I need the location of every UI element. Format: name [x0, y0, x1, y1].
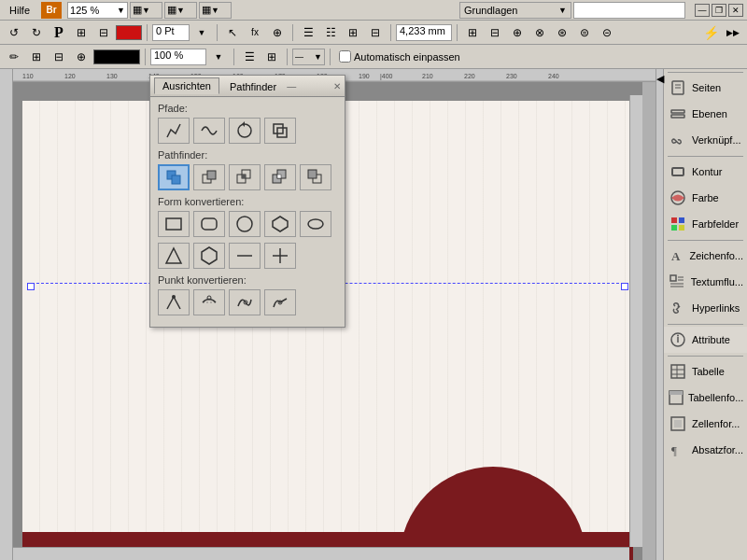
scrollbar-vertical[interactable] — [629, 95, 642, 547]
layout-btn2[interactable]: ▦ ▼ — [164, 2, 197, 19]
auto-fit-checkbox-area[interactable]: Automatisch einpassen — [335, 50, 464, 63]
auto-fit-checkbox[interactable] — [339, 50, 351, 63]
pfade-btn1[interactable] — [158, 118, 190, 144]
tool-fx[interactable]: fx — [245, 23, 265, 42]
tab-pathfinder[interactable]: Pathfinder — [221, 78, 285, 94]
svg-rect-38 — [671, 365, 684, 378]
popup-collapse-button[interactable]: — — [287, 81, 296, 91]
pathfinder-btn3[interactable] — [229, 164, 261, 190]
pathfinder-btn2[interactable] — [193, 164, 225, 190]
menu-hilfe[interactable]: Hilfe — [4, 4, 35, 17]
tool-icon8[interactable]: ⊛ — [552, 23, 572, 42]
tool-cursor[interactable]: ↖ — [222, 23, 243, 42]
panel-item-farbfelder[interactable]: Farbfelder — [664, 211, 747, 237]
form-btn-circle[interactable] — [229, 211, 261, 237]
window-close-button[interactable]: ✕ — [728, 4, 743, 17]
form-btn-line[interactable] — [229, 243, 261, 269]
punkt-btn3[interactable] — [229, 289, 261, 315]
tool-icon2[interactable]: ⊟ — [93, 23, 114, 42]
pathfinder-btn5[interactable] — [300, 164, 331, 190]
tool-align5[interactable]: ☰ — [239, 48, 260, 66]
pt-input[interactable]: 0 Pt — [152, 24, 190, 41]
tool-icon1[interactable]: ⊞ — [71, 23, 92, 42]
tool-draw4[interactable]: ⊕ — [71, 48, 92, 66]
panel-item-verknupf[interactable]: Verknüpf... — [664, 127, 747, 153]
tool-align1[interactable]: ☰ — [298, 23, 318, 42]
scrollbar-horizontal[interactable] — [13, 547, 629, 560]
pfade-btn3[interactable] — [229, 118, 261, 144]
punkt-btn1[interactable] — [158, 289, 190, 315]
layout-btn3[interactable]: ▦ ▼ — [199, 2, 232, 19]
tool-align6[interactable]: ⊞ — [261, 48, 282, 66]
tool-icon9[interactable]: ⊜ — [574, 23, 595, 42]
popup-close-button[interactable]: ✕ — [333, 81, 341, 91]
panel-item-seiten[interactable]: Seiten — [664, 75, 747, 101]
tool-align4[interactable]: ⊟ — [365, 23, 386, 42]
stroke-color-swatch[interactable] — [93, 49, 140, 64]
search-input[interactable] — [573, 2, 685, 19]
window-restore-button[interactable]: ❐ — [712, 4, 726, 17]
panel-item-tabelle[interactable]: Tabelle — [664, 358, 747, 385]
svg-rect-63 — [202, 218, 217, 230]
panel-item-farbe[interactable]: Farbe — [664, 185, 747, 211]
pathfinder-btn1[interactable] — [158, 164, 190, 190]
layout-btn1[interactable]: ▦ ▼ — [130, 2, 162, 19]
mm-input[interactable]: 4,233 mm — [396, 24, 452, 41]
form-btn-hex[interactable] — [193, 243, 225, 269]
panel-item-kontur[interactable]: Kontur — [664, 159, 747, 185]
grundlagen-select[interactable]: Grundlagen ▼ — [459, 2, 571, 19]
form-btn-triangle[interactable] — [158, 243, 190, 269]
window-min-button[interactable]: — — [695, 4, 710, 17]
pfade-btn2[interactable] — [193, 118, 225, 144]
form-btn-rect[interactable] — [158, 211, 190, 237]
color-swatch-red[interactable] — [116, 25, 142, 40]
tool-icon5[interactable]: ⊟ — [485, 23, 505, 42]
panel-item-attribute[interactable]: Attribute — [664, 327, 747, 353]
svg-point-64 — [237, 217, 252, 231]
textumflu-label: Textumflu... — [691, 276, 743, 287]
pct-input[interactable]: 100 % — [150, 49, 206, 65]
panel-item-ebenen[interactable]: Ebenen — [664, 101, 747, 127]
panel-item-zellenfo[interactable]: Zellenfor... — [664, 411, 747, 437]
pct-chevron[interactable]: ▼ — [208, 48, 229, 66]
tool-icon4[interactable]: ⊞ — [462, 23, 483, 42]
svg-rect-26 — [671, 225, 677, 231]
zoom-select[interactable]: 125 % ▼ — [67, 2, 128, 19]
tool-icon7[interactable]: ⊗ — [529, 23, 550, 42]
form-btn-rounded-rect[interactable] — [193, 211, 225, 237]
tool-icon3[interactable]: ⊕ — [267, 23, 288, 42]
tool-align3[interactable]: ⊞ — [343, 23, 363, 42]
panel-item-tabellenfo[interactable]: Tabellenfo... — [664, 385, 747, 411]
tool-draw1[interactable]: ✏ — [4, 48, 24, 66]
stroke-select[interactable]: — ▼ — [292, 49, 325, 65]
tool-align2[interactable]: ☷ — [320, 23, 341, 42]
form-row1 — [158, 211, 337, 237]
pathfinder-btn4[interactable] — [264, 164, 296, 190]
panel-item-hyperlinks[interactable]: Hyperlinks — [664, 295, 747, 321]
tool-draw2[interactable]: ⊞ — [26, 48, 47, 66]
tool-draw3[interactable]: ⊟ — [49, 48, 69, 66]
more-button[interactable]: ▶▶ — [723, 23, 743, 42]
tab-ausrichten[interactable]: Ausrichten — [154, 77, 219, 94]
form-btn-polygon[interactable] — [264, 211, 296, 237]
tool-icon6[interactable]: ⊕ — [507, 23, 528, 42]
punkt-btn2[interactable] — [193, 289, 225, 315]
pfade-btn4[interactable] — [264, 118, 296, 144]
tool-icon10[interactable]: ⊝ — [597, 23, 617, 42]
lightning-button[interactable]: ⚡ — [700, 23, 721, 42]
panel-item-zeichenfo[interactable]: A Zeichenfo... — [664, 243, 747, 269]
tool-p[interactable]: P — [49, 23, 69, 42]
panel-collapse-arrow[interactable]: ◀ — [656, 69, 664, 560]
absatzfo-label: Absatzfor... — [692, 444, 743, 455]
textumflu-icon — [668, 272, 687, 292]
tool-rotate-left[interactable]: ↺ — [4, 23, 24, 42]
handle-tl[interactable] — [27, 283, 35, 290]
tool-rotate-right[interactable]: ↻ — [26, 23, 47, 42]
panel-item-textumflu[interactable]: Textumflu... — [664, 269, 747, 295]
panel-item-absatzfo[interactable]: ¶ Absatzfor... — [664, 437, 747, 463]
handle-tr[interactable] — [621, 283, 628, 290]
form-btn-cross[interactable] — [264, 243, 296, 269]
punkt-btn4[interactable] — [264, 289, 296, 315]
form-btn-oval[interactable] — [300, 211, 331, 237]
tb-chevron1[interactable]: ▼ — [191, 23, 212, 42]
